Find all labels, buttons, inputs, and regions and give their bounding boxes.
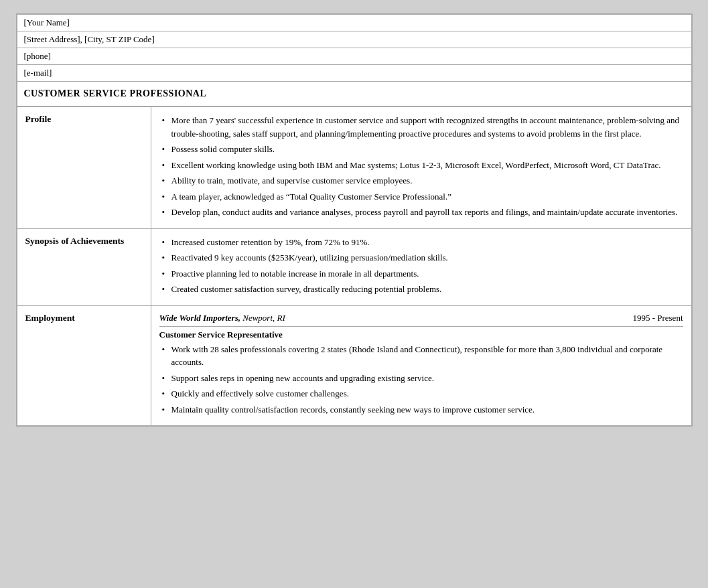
name-field: [Your Name]	[17, 15, 691, 31]
profile-bullet-4: Ability to train, motivate, and supervis…	[159, 174, 683, 188]
job-title: Customer Service Representative	[159, 329, 683, 340]
profile-label: Profile	[17, 107, 151, 229]
profile-bullet-list: More than 7 years' successful experience…	[159, 114, 683, 219]
profile-bullet-3: Excellent working knowledge using both I…	[159, 159, 683, 172]
email-field: [e-mail]	[17, 65, 691, 82]
employment-bullet-3: Quickly and effectively solve customer c…	[159, 387, 683, 400]
employment-bullet-1: Work with 28 sales professionals coverin…	[159, 343, 683, 369]
header-table: [Your Name] [Street Address], [City, ST …	[17, 14, 692, 106]
employment-dates: 1995 - Present	[632, 313, 683, 323]
synopsis-label: Synopsis of Achievements	[17, 228, 151, 305]
resume-container: [Your Name] [Street Address], [City, ST …	[16, 13, 693, 427]
profile-row: Profile More than 7 years' successful ex…	[17, 107, 691, 229]
address-row: [Street Address], [City, ST ZIP Code]	[17, 31, 691, 48]
title-row: CUSTOMER SERVICE PROFESSIONAL	[17, 82, 691, 106]
employment-label: Employment	[17, 305, 151, 426]
synopsis-bullet-3: Proactive planning led to notable increa…	[159, 267, 683, 281]
company-location: Newport, RI	[240, 313, 285, 323]
profile-content: More than 7 years' successful experience…	[151, 107, 691, 229]
email-row: [e-mail]	[17, 65, 691, 82]
address-field: [Street Address], [City, ST ZIP Code]	[17, 31, 691, 48]
synopsis-bullet-2: Reactivated 9 key accounts ($253K/year),…	[159, 251, 683, 265]
employment-row: Employment Wide World Importers, Newport…	[17, 305, 691, 426]
phone-row: [phone]	[17, 48, 691, 65]
employment-bullet-2: Support sales reps in opening new accoun…	[159, 372, 683, 385]
company-info: Wide World Importers, Newport, RI	[159, 313, 285, 323]
profile-bullet-5: A team player, acknowledged as “Total Qu…	[159, 190, 683, 204]
synopsis-content: Increased customer retention by 19%, fro…	[151, 228, 691, 305]
main-content-table: Profile More than 7 years' successful ex…	[17, 106, 692, 426]
name-row: [Your Name]	[17, 15, 691, 31]
employment-bullet-list: Work with 28 sales professionals coverin…	[159, 343, 683, 417]
employment-header: Wide World Importers, Newport, RI 1995 -…	[159, 313, 683, 327]
resume-title: CUSTOMER SERVICE PROFESSIONAL	[17, 82, 691, 106]
synopsis-bullet-list: Increased customer retention by 19%, fro…	[159, 236, 683, 296]
company-name: Wide World Importers,	[159, 313, 240, 323]
profile-bullet-1: More than 7 years' successful experience…	[159, 114, 683, 140]
synopsis-bullet-4: Created customer satisfaction survey, dr…	[159, 283, 683, 296]
phone-field: [phone]	[17, 48, 691, 65]
synopsis-bullet-1: Increased customer retention by 19%, fro…	[159, 236, 683, 249]
employment-content: Wide World Importers, Newport, RI 1995 -…	[151, 305, 691, 426]
profile-bullet-2: Possess solid computer skills.	[159, 143, 683, 156]
profile-bullet-6: Develop plan, conduct audits and varianc…	[159, 206, 683, 219]
employment-bullet-4: Maintain quality control/satisfaction re…	[159, 403, 683, 417]
synopsis-row: Synopsis of Achievements Increased custo…	[17, 228, 691, 305]
